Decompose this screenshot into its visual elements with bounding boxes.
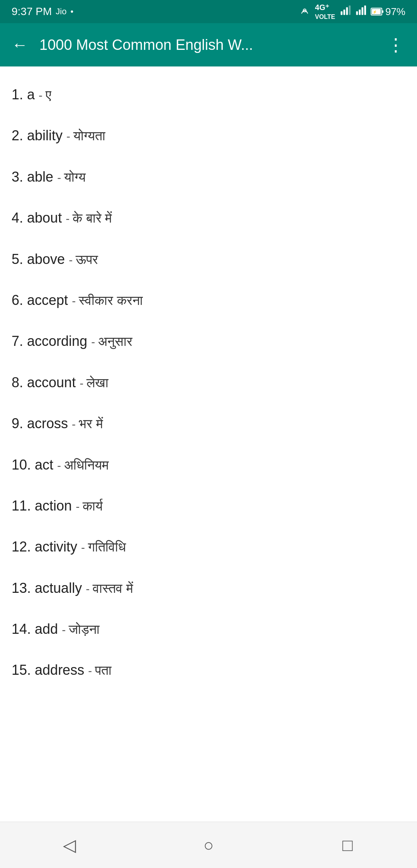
- list-item: 5. above - ऊपर: [12, 239, 405, 280]
- svg-rect-5: [356, 11, 358, 15]
- word-entry: 15. address - पता: [12, 662, 112, 678]
- svg-text:⚡: ⚡: [373, 10, 377, 14]
- word-entry: 5. above - ऊपर: [12, 251, 98, 267]
- network-type: 4G⁺VOLTE: [315, 3, 335, 21]
- list-item: 4. about - के बारे में: [12, 197, 405, 238]
- status-time: 9:37 PM: [12, 5, 52, 18]
- list-item: 7. according - अनुसार: [12, 321, 405, 362]
- word-list: 1. a - ए 2. ability - योग्यता 3. able - …: [0, 66, 417, 703]
- word-entry: 7. according - अनुसार: [12, 333, 132, 349]
- word-entry: 3. able - योग्य: [12, 169, 86, 185]
- nav-back-button[interactable]: ◁: [54, 830, 85, 861]
- list-item: 1. a - ए: [12, 74, 405, 115]
- nav-home-button[interactable]: ○: [193, 830, 224, 861]
- list-item: 6. accept - स्वीकार करना: [12, 280, 405, 321]
- navigation-bar: ◁ ○ □: [0, 822, 417, 868]
- word-entry: 6. accept - स्वीकार करना: [12, 292, 143, 308]
- word-entry: 12. activity - गतिविधि: [12, 539, 126, 555]
- nav-recents-button[interactable]: □: [332, 830, 363, 861]
- status-bar: 9:37 PM Jio • 4G⁺VOLTE: [0, 0, 417, 23]
- back-button[interactable]: ←: [12, 36, 28, 54]
- list-item: 2. ability - योग्यता: [12, 115, 405, 156]
- list-item: 12. activity - गतिविधि: [12, 526, 405, 567]
- status-left: 9:37 PM Jio •: [12, 5, 73, 18]
- list-item: 13. actually - वास्तव में: [12, 568, 405, 609]
- app-bar: ← 1000 Most Common English W... ⋮: [0, 23, 417, 66]
- signal-bars-1: [340, 5, 351, 18]
- word-entry: 8. account - लेखा: [12, 374, 108, 390]
- svg-rect-1: [341, 11, 342, 15]
- list-item: 14. add - जोड़ना: [12, 609, 405, 650]
- battery-percent: 97%: [385, 6, 405, 18]
- word-entry: 10. act - अधिनियम: [12, 457, 109, 473]
- battery-icon: ⚡ 97%: [371, 6, 405, 18]
- list-item: 8. account - लेखा: [12, 362, 405, 403]
- word-entry: 4. about - के बारे में: [12, 210, 112, 226]
- signal-bars-2: [355, 5, 366, 18]
- list-item: 9. across - भर में: [12, 403, 405, 444]
- signal-icon: [299, 5, 310, 19]
- carrier-name: Jio: [56, 7, 66, 17]
- svg-rect-2: [343, 10, 345, 15]
- list-item: 15. address - पता: [12, 650, 405, 691]
- word-entry: 9. across - भर में: [12, 415, 103, 431]
- word-entry: 11. action - कार्य: [12, 498, 103, 514]
- svg-rect-6: [359, 10, 361, 15]
- app-title: 1000 Most Common English W...: [39, 37, 375, 53]
- svg-rect-3: [346, 7, 348, 15]
- svg-rect-4: [349, 5, 351, 15]
- svg-rect-7: [361, 7, 363, 15]
- status-right: 4G⁺VOLTE ⚡ 97%: [299, 3, 405, 21]
- list-item: 11. action - कार्य: [12, 485, 405, 526]
- word-entry: 1. a - ए: [12, 87, 51, 102]
- svg-rect-11: [382, 10, 383, 13]
- more-options-button[interactable]: ⋮: [387, 36, 405, 54]
- word-entry: 13. actually - वास्तव में: [12, 580, 133, 596]
- list-item: 10. act - अधिनियम: [12, 444, 405, 485]
- status-dot: •: [70, 7, 73, 17]
- list-item: 3. able - योग्य: [12, 157, 405, 197]
- word-entry: 2. ability - योग्यता: [12, 128, 105, 143]
- word-entry: 14. add - जोड़ना: [12, 621, 100, 637]
- svg-rect-8: [364, 5, 366, 15]
